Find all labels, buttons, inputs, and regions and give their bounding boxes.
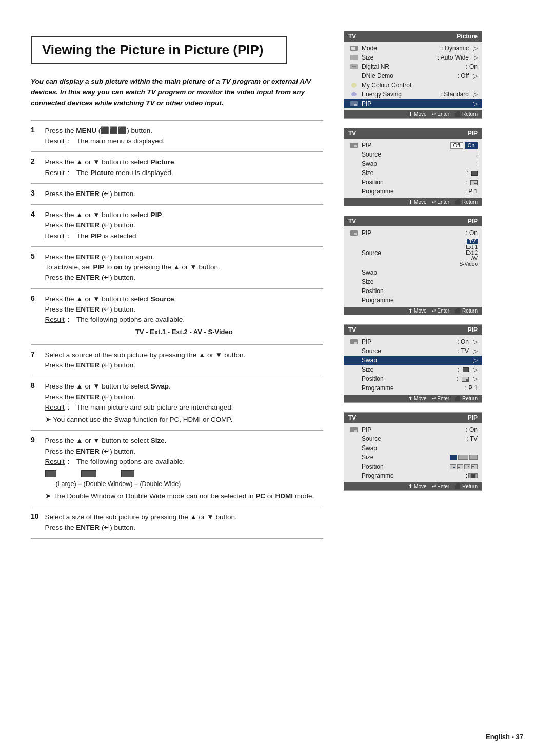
row-value: TV Ext.1 Ext.2 AV S-Video bbox=[460, 239, 478, 267]
source-bold: Source bbox=[151, 295, 174, 303]
row-icon bbox=[348, 230, 360, 236]
footer-move: ⬆ Move bbox=[408, 199, 426, 205]
row-label: Source bbox=[362, 347, 456, 355]
row-label: Digital NR bbox=[362, 63, 464, 70]
row-value: : On bbox=[466, 63, 478, 70]
row-arrow: ▷ bbox=[473, 338, 478, 345]
on-bold: on bbox=[114, 263, 123, 271]
size-large-selected bbox=[450, 455, 457, 460]
pip-icon4 bbox=[350, 339, 358, 345]
pos-dot bbox=[474, 183, 477, 184]
row-value: : bbox=[466, 169, 478, 177]
row-label: Size bbox=[362, 454, 448, 461]
row-value: : Standard bbox=[441, 91, 469, 98]
panel-row-digitalnr: Digital NR : On bbox=[344, 62, 482, 71]
table-row: 6 Press the ▲ or ▼ button to select Sour… bbox=[31, 288, 323, 344]
row-icon bbox=[348, 142, 360, 148]
enter-bold: ENTER bbox=[76, 190, 100, 198]
size-bold: Size bbox=[151, 437, 165, 444]
row-arrow: ▷ bbox=[473, 357, 478, 364]
panel-row-source: Source : TV ▷ bbox=[344, 346, 482, 356]
step-content: Select a source of the sub picture by pr… bbox=[45, 344, 323, 376]
pos-dot-br bbox=[453, 467, 455, 468]
panel-row-pip: PIP : On ▷ bbox=[344, 337, 482, 346]
panel-row-size: Size bbox=[344, 277, 482, 286]
footer-move: ⬆ Move bbox=[408, 111, 426, 117]
row-value bbox=[450, 464, 478, 469]
pip-icon5 bbox=[350, 427, 358, 433]
panel-row-programme: Programme bbox=[344, 296, 482, 305]
row-label: DNle Demo bbox=[362, 72, 456, 80]
colour-icon bbox=[350, 82, 358, 88]
row-label: Programme bbox=[362, 188, 463, 195]
size-icon bbox=[350, 54, 358, 61]
enter-bold: ENTER bbox=[76, 393, 100, 401]
pos-icon-br bbox=[470, 180, 478, 185]
pos-tr bbox=[464, 464, 470, 469]
size-sm-icon bbox=[471, 171, 478, 176]
panel-body: PIP : On ▷ Source : TV ▷ Swap ▷ bbox=[344, 335, 482, 395]
tv-panel-pip-size: TV PIP PIP : On Source : TV bbox=[344, 412, 482, 491]
table-row: 7 Select a source of the sub picture by … bbox=[31, 344, 323, 376]
step-number: 6 bbox=[31, 288, 45, 344]
row-label: Swap bbox=[362, 444, 478, 452]
step-number: 8 bbox=[31, 376, 45, 431]
pip-icon3 bbox=[350, 230, 358, 236]
panel-row-colour: My Colour Control bbox=[344, 81, 482, 90]
row-value: : TV bbox=[466, 435, 478, 442]
row-label: Mode bbox=[362, 45, 440, 52]
panel-row-source: Source : bbox=[344, 150, 482, 159]
row-label: Programme bbox=[362, 472, 464, 479]
row-arrow: ▷ bbox=[473, 72, 478, 80]
source-ext2: Ext.2 bbox=[466, 250, 478, 256]
table-row: 4 Press the ▲ or ▼ button to select PIP.… bbox=[31, 205, 323, 247]
panel-footer: ⬆ Move ↵ Enter ⬛ Return bbox=[344, 110, 482, 118]
row-label: Swap bbox=[362, 160, 474, 167]
source-tv: TV bbox=[467, 239, 478, 244]
step-number: 9 bbox=[31, 431, 45, 507]
row-value: : On bbox=[466, 229, 478, 237]
nr-icon bbox=[350, 64, 358, 70]
intro-paragraph: You can display a sub picture within the… bbox=[31, 76, 323, 109]
panel-row-position: Position : ▷ bbox=[344, 374, 482, 383]
panel-header-left: TV bbox=[348, 326, 356, 334]
row-value: Off On bbox=[450, 142, 478, 149]
picture-bold: Picture bbox=[151, 158, 174, 166]
step-number: 2 bbox=[31, 152, 45, 184]
result-label: Result bbox=[45, 315, 65, 325]
panel-header-right: PIP bbox=[468, 326, 478, 334]
svg-rect-14 bbox=[354, 342, 357, 344]
size-double-wide bbox=[469, 455, 478, 460]
row-label: Programme bbox=[362, 297, 478, 304]
row-value: : bbox=[465, 179, 478, 186]
footer-enter: ↵ Enter bbox=[432, 396, 450, 401]
step-content: Press the ▲ or ▼ button to select Swap. … bbox=[45, 376, 323, 431]
step-number: 5 bbox=[31, 246, 45, 288]
size-icon-large bbox=[45, 470, 56, 477]
panel-row-position: Position bbox=[344, 462, 482, 471]
note-text: The Double Window or Double Wide mode ca… bbox=[53, 491, 314, 501]
panel-row-pip-highlighted: PIP ▷ bbox=[344, 99, 482, 108]
panel-row-size: Size : Auto Wide ▷ bbox=[344, 53, 482, 62]
result-text: The PIP is selected. bbox=[76, 231, 138, 241]
panel-row-swap: Swap bbox=[344, 268, 482, 277]
row-label: PIP bbox=[362, 229, 464, 237]
page-title: Viewing the Picture in Picture (PIP) bbox=[42, 42, 276, 58]
row-label: Position bbox=[362, 287, 478, 295]
row-arrow: ▷ bbox=[473, 375, 478, 382]
note-text: You cannot use the Swap function for PC,… bbox=[53, 415, 233, 425]
result-text: The main menu is displayed. bbox=[76, 136, 165, 146]
menu-bold: MENU bbox=[76, 127, 96, 134]
panel-row-swap-highlighted: Swap ▷ bbox=[344, 356, 482, 365]
sidebar: TV Picture Mode : Dynamic ▷ Size bbox=[339, 21, 503, 735]
row-icon bbox=[348, 427, 360, 433]
row-icon bbox=[348, 339, 360, 345]
panel-header: TV Picture bbox=[344, 31, 482, 42]
step-number: 7 bbox=[31, 344, 45, 376]
row-label: Energy Saving bbox=[362, 91, 439, 98]
panel-header: TV PIP bbox=[344, 325, 482, 335]
footer-move: ⬆ Move bbox=[408, 308, 426, 314]
svg-rect-2 bbox=[350, 55, 358, 60]
panel-row-source: Source : TV bbox=[344, 434, 482, 443]
footer-return: ⬛ Return bbox=[454, 483, 478, 489]
